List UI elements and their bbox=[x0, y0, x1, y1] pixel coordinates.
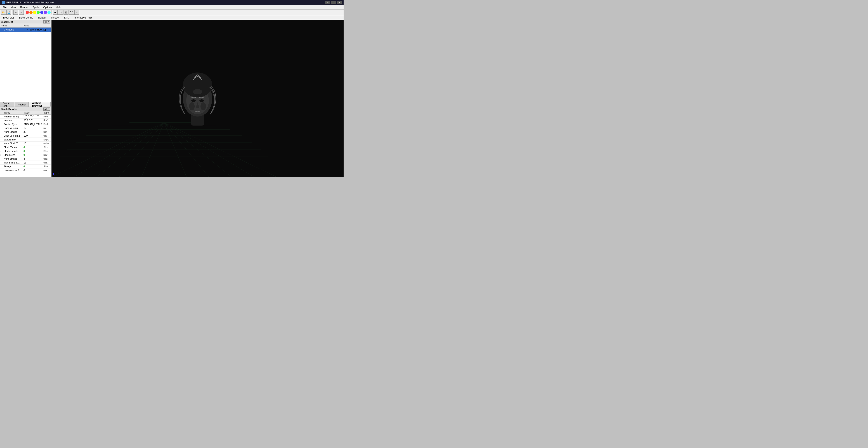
detail-row-endian[interactable]: Endian Type ENDIAN_LITTLE End bbox=[0, 123, 51, 126]
block-menu-interactive-help[interactable]: Interactive Help bbox=[72, 16, 94, 20]
detail-value-4: 33 bbox=[24, 131, 43, 133]
detail-type-2: End bbox=[43, 123, 51, 126]
detail-type-4: ulitt bbox=[43, 131, 51, 133]
block-details-header: Block Details ◈ ✕ bbox=[0, 107, 51, 111]
toolbar-btn-b[interactable]: ◻ bbox=[58, 10, 63, 15]
detail-row-block-size[interactable]: › Block Size uint bbox=[0, 153, 51, 157]
detail-row-max-string-len[interactable]: Max String L... 17 uint bbox=[0, 161, 51, 165]
block-list-header-controls: ◈ ✕ bbox=[43, 20, 50, 24]
window-title: REF TEST.nif - NifSkope 2.0.0 Pre-Alpha … bbox=[6, 1, 54, 4]
menu-options[interactable]: Options bbox=[41, 5, 54, 9]
tab-archive-browser[interactable]: Archive Browser bbox=[29, 102, 51, 107]
block-details-content[interactable]: Header String Gamebryo File F... Hea Ver… bbox=[0, 115, 51, 177]
tree-row[interactable]: › 0 NiNode ᳁ Scene Root [0] bbox=[0, 28, 51, 32]
title-bar: N REF TEST.nif - NifSkope 2.0.0 Pre-Alph… bbox=[0, 0, 344, 5]
compass-label: ↑ bbox=[53, 172, 55, 176]
color-red bbox=[26, 11, 29, 14]
toolbar-btn-c[interactable]: ▤ bbox=[64, 10, 68, 15]
toolbar-save[interactable]: 💾 bbox=[6, 10, 11, 15]
detail-type-1: File\ bbox=[43, 119, 51, 122]
grid-floor bbox=[52, 91, 276, 177]
detail-expand-9: › bbox=[0, 150, 4, 152]
menu-help[interactable]: Help bbox=[54, 5, 63, 9]
block-details-pin-btn[interactable]: ◈ bbox=[43, 107, 46, 111]
block-menu-block-details[interactable]: Block Details bbox=[17, 16, 35, 20]
detail-type-6: Expo bbox=[43, 138, 51, 141]
detail-name-10: Block Size bbox=[4, 153, 24, 156]
viewport[interactable]: ↑ bbox=[52, 20, 344, 177]
detail-value-12: 17 bbox=[24, 161, 43, 164]
detail-row-user-version[interactable]: User Version 12 ulitt bbox=[0, 126, 51, 130]
block-list-close-btn[interactable]: ✕ bbox=[47, 20, 50, 24]
block-details-section: Block Details ◈ ✕ Name Value Type Header… bbox=[0, 107, 51, 177]
toolbar-redo[interactable]: ↪ bbox=[19, 10, 24, 15]
block-list-title: Block List bbox=[1, 21, 13, 23]
minimize-button[interactable]: ─ bbox=[325, 1, 330, 4]
toolbar-btn-e[interactable]: ✦ bbox=[74, 10, 79, 15]
detail-name-6: Export Info bbox=[4, 138, 24, 141]
detail-expand-13: › bbox=[0, 165, 4, 168]
toolbar-sep-3 bbox=[52, 10, 52, 14]
compass-indicator: ↑ bbox=[53, 171, 55, 176]
block-menu-kfm[interactable]: KFM bbox=[62, 16, 72, 20]
detail-value-11: 8 bbox=[24, 158, 43, 160]
detail-type-14: uint bbox=[43, 169, 51, 172]
block-menu-inspect[interactable]: Inspect bbox=[49, 16, 61, 20]
svg-point-29 bbox=[200, 102, 206, 110]
toolbar-btn-a[interactable]: ◼ bbox=[53, 10, 58, 15]
detail-row-block-type-index[interactable]: › Block Type I... Bloc bbox=[0, 149, 51, 153]
toolbar-btn-d[interactable]: ⛶ bbox=[69, 10, 74, 15]
detail-value-8 bbox=[24, 146, 43, 148]
block-list-col-header: Name Value bbox=[0, 24, 51, 28]
color-blue bbox=[40, 11, 43, 14]
menu-file[interactable]: File bbox=[1, 5, 8, 9]
detail-row-user-version2[interactable]: User Version 2 100 ulitt bbox=[0, 134, 51, 138]
detail-type-7: usho bbox=[43, 142, 51, 145]
detail-name-7: Num Block T... bbox=[4, 142, 24, 145]
detail-name-9: Block Type I... bbox=[4, 150, 24, 152]
maximize-button[interactable]: □ bbox=[331, 1, 336, 4]
detail-col-name: Name bbox=[4, 111, 24, 114]
detail-name-5: User Version 2 bbox=[4, 134, 24, 137]
svg-point-26 bbox=[191, 99, 196, 102]
detail-row-unknown-int2[interactable]: Unknown Int 2 0 uint bbox=[0, 168, 51, 172]
block-list-content[interactable]: › 0 NiNode ᳁ Scene Root [0] bbox=[0, 28, 51, 102]
block-details-close-btn[interactable]: ✕ bbox=[47, 107, 50, 111]
toolbar-open[interactable]: 📂 bbox=[1, 10, 6, 15]
detail-row-block-types[interactable]: › Block Types Size bbox=[0, 145, 51, 149]
toolbar-undo[interactable]: ↩ bbox=[13, 10, 18, 15]
detail-col-value: Value bbox=[24, 111, 44, 114]
block-menu-block-list[interactable]: Block List bbox=[1, 16, 16, 20]
detail-row-export-info[interactable]: › Export Info Expo bbox=[0, 138, 51, 142]
svg-line-13 bbox=[119, 123, 164, 177]
detail-name-12: Max String L... bbox=[4, 161, 24, 164]
detail-row-num-blocks[interactable]: Num Blocks 33 ulitt bbox=[0, 130, 51, 134]
detail-name-2: Endian Type bbox=[4, 123, 24, 126]
detail-value-10 bbox=[24, 154, 43, 156]
detail-row-strings[interactable]: › Strings Size bbox=[0, 165, 51, 168]
svg-line-16 bbox=[164, 123, 187, 177]
tab-block-list[interactable]: Block List bbox=[0, 102, 14, 107]
col-header-value: Value bbox=[24, 24, 50, 27]
svg-line-14 bbox=[142, 123, 164, 177]
detail-row-num-strings[interactable]: Num Strings 8 uint bbox=[0, 157, 51, 161]
detail-name-11: Num Strings bbox=[4, 158, 24, 160]
app-icon: N bbox=[2, 1, 5, 4]
menu-render[interactable]: Render bbox=[18, 5, 30, 9]
detail-type-12: uint bbox=[43, 161, 51, 164]
color-purple bbox=[44, 11, 47, 14]
menu-spells[interactable]: Spells bbox=[31, 5, 41, 9]
dot-10 bbox=[24, 154, 25, 156]
menu-view[interactable]: View bbox=[9, 5, 18, 9]
block-details-title: Block Details bbox=[1, 108, 17, 110]
detail-type-11: uint bbox=[43, 158, 51, 160]
detail-row-header-string[interactable]: Header String Gamebryo File F... Hea bbox=[0, 115, 51, 118]
detail-row-num-block-types[interactable]: Num Block T... 10 usho bbox=[0, 142, 51, 145]
block-list-pin-btn[interactable]: ◈ bbox=[43, 20, 46, 24]
close-button[interactable]: ✕ bbox=[337, 1, 342, 4]
detail-row-version[interactable]: Version 20.2.0.7 File\ bbox=[0, 118, 51, 123]
block-menu-header[interactable]: Header bbox=[36, 16, 49, 20]
detail-type-3: ulitt bbox=[43, 127, 51, 129]
tab-header[interactable]: Header bbox=[15, 102, 29, 107]
main-layout: Block List ◈ ✕ Name Value › 0 NiNode ᳁ S… bbox=[0, 20, 344, 177]
